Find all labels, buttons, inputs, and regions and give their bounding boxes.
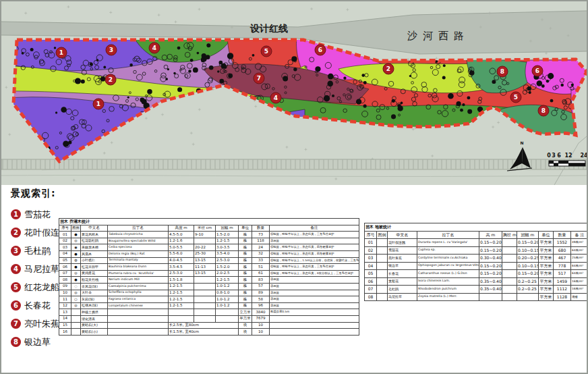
table-row: 10◎大叶伞Schefflera octophylla1.2-1.50.8-1.…	[59, 290, 359, 296]
table-cell: 0.15~0.20	[479, 246, 502, 255]
table-cell: 0.15~0.20	[479, 239, 502, 247]
column-header: 拉丁名	[417, 231, 479, 239]
plan-area-marker: 6	[315, 45, 326, 55]
table-row: 03◉美丽异木棉Ceiba speciosa5.0-5.520-223.0-3.…	[59, 244, 359, 251]
drawing-sheet: 设计红线 沙河西路 13456272861458 N 0 3 6 12 24	[0, 0, 588, 374]
table-cell: 美丽异木棉	[81, 244, 108, 251]
table-cell: 2.0-2.5	[216, 270, 239, 277]
table-cell: 0.15~0.20	[479, 262, 502, 270]
table-cell: 株	[239, 277, 252, 284]
table-cell: ●	[71, 277, 81, 284]
table-cell: 金凤花(球)	[81, 283, 108, 290]
table-cell: 1.2-1.5	[169, 296, 194, 303]
table-cell: 0.10~0.15	[517, 246, 539, 255]
table-cell: 0.35~0.40	[479, 286, 502, 294]
table-cell: 1.5-2.0	[216, 232, 239, 238]
table-cell: 假植苗，移植半年以上，1.5m以上分枝，自然状，枝繁叶茂，三角毛竹支护	[270, 257, 359, 264]
svg-text:4: 4	[274, 95, 278, 101]
table-row: 16黄蜡石(小)长1.5米, 宽40cm块10	[59, 329, 359, 336]
column-header: 米径 cm	[194, 225, 216, 232]
table-cell: 4.0-4.5	[169, 257, 194, 264]
table-cell: 1.0-1.2	[216, 302, 239, 309]
table-cell: 3.0-3.5	[216, 244, 239, 251]
table-cell	[108, 315, 169, 322]
table-cell: 83	[252, 277, 270, 284]
table-cell: 容器苗	[270, 283, 359, 290]
table-row: 07◎黄鸡蛋花Plumeria rubra cv. 'Acutifolia'2.…	[59, 270, 359, 277]
plan-area-marker: 8	[538, 105, 549, 116]
plan-area-marker: 7	[254, 73, 264, 84]
legend-item-label: 毛杜鹃	[24, 245, 51, 257]
legend-number-badge: 4	[11, 264, 21, 274]
table-cell: 凤凰木	[81, 250, 108, 257]
table-cell: 09	[59, 283, 71, 290]
plan-area-marker: 5	[510, 92, 521, 103]
svg-text:6: 6	[557, 153, 561, 159]
table-cell	[377, 239, 388, 247]
table-cell: 15	[59, 322, 71, 329]
groundcover-statistics-table: 苗木 地被统计序号图例中文名拉丁名高 m胸径 m冠幅 m单位数量备 注01花叶假…	[364, 223, 588, 301]
table-cell: ◎	[71, 270, 81, 277]
table-row: 13种植土换填立方米3840换填厚度0.5m	[59, 309, 359, 316]
table-cell: ◍	[71, 257, 81, 264]
table-cell: 粉花夹竹桃	[81, 277, 108, 284]
svg-text:5: 5	[514, 94, 518, 101]
table-cell	[270, 322, 359, 329]
table-cell: 118	[252, 238, 270, 244]
table-cell: ◌	[71, 283, 81, 290]
table-cell: 13	[59, 309, 71, 316]
table-cell	[479, 293, 502, 301]
table-title: 苗木 乔灌木统计	[59, 219, 359, 225]
table-cell: 14	[59, 315, 71, 322]
table-cell	[270, 329, 359, 336]
table-cell: 89	[252, 290, 270, 296]
table-cell: 假植苗，移植半年以上，形态优美，三角毛竹支护	[270, 232, 359, 238]
table-cell: 73	[252, 232, 270, 238]
table-cell	[270, 315, 359, 322]
table-row: 03亮叶朱蕉Cordyline terminalis cv.Aichiaka0.…	[365, 255, 588, 263]
table-cell: 株	[239, 232, 252, 238]
table-cell: 9-10	[194, 232, 216, 238]
table-cell	[71, 329, 81, 336]
table-cell: 株	[239, 250, 252, 257]
column-header: 序号	[59, 225, 71, 232]
table-cell: 平方米	[539, 277, 554, 286]
column-header: 中文名	[388, 231, 417, 239]
table-cell: 51	[252, 264, 270, 271]
table-cell: 银边草	[388, 262, 417, 270]
table-cell: ◎	[71, 290, 81, 296]
table-cell: Tabebuia chrysotricha	[108, 232, 169, 238]
legend-item-label: 长春花	[24, 300, 51, 312]
column-header: 冠幅 m	[517, 231, 539, 239]
table-cell	[502, 246, 517, 255]
svg-text:4: 4	[152, 45, 156, 51]
table-cell: 0.10~0.15	[517, 262, 539, 270]
table-cell: 64株/m²	[571, 270, 588, 278]
table-row: 07毛杜鹃Rhododendron pulchrum0.35~0.400.2~0…	[365, 286, 588, 294]
table-cell: 04	[59, 250, 71, 257]
table-row: 14绿化清表平方米7679	[59, 315, 359, 322]
table-cell	[71, 322, 81, 329]
table-cell: 换填厚度0.5m	[270, 309, 359, 316]
table-cell	[377, 270, 388, 278]
table-cell: 07	[365, 286, 377, 294]
svg-text:8: 8	[500, 68, 504, 75]
legend-number-badge: 5	[11, 282, 21, 292]
table-cell: 05	[365, 270, 377, 278]
design-redline-label: 设计红线	[249, 23, 288, 34]
table-cell: Rhododendron pulchrum	[417, 286, 479, 294]
table-cell: 33	[252, 257, 270, 264]
table-cell: 马尼拉草	[388, 293, 417, 301]
table-row: 01●黄花风铃木Tabebuia chrysotricha4.5-5.09-10…	[59, 232, 359, 238]
table-cell: 467	[554, 255, 571, 263]
table-cell: Cuphea sp.	[417, 246, 479, 255]
table-cell: 10	[252, 329, 270, 336]
table-cell: 0.8-1.0	[216, 290, 239, 296]
table-cell	[502, 286, 517, 294]
table-cell: 红继木(球)	[81, 302, 108, 309]
table-cell: 株	[239, 302, 252, 309]
table-cell: 1552	[554, 239, 571, 247]
table-cell: 块	[239, 322, 252, 329]
table-cell	[502, 270, 517, 278]
table-cell: Zoysia matrella (L.) Merr.	[417, 293, 479, 301]
